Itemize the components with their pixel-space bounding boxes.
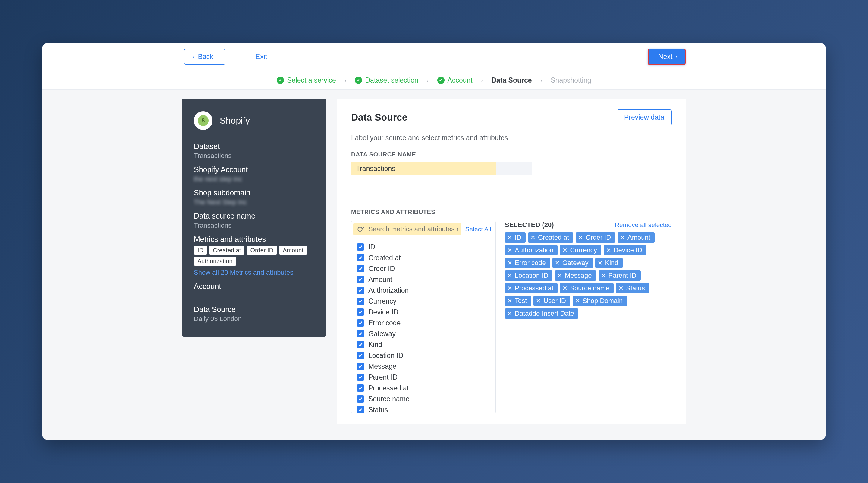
checkbox-checked-icon[interactable] bbox=[357, 287, 364, 294]
attribute-list[interactable]: IDCreated atOrder IDAmountAuthorizationC… bbox=[351, 237, 495, 413]
attribute-search-box[interactable] bbox=[353, 223, 461, 235]
checkbox-checked-icon[interactable] bbox=[357, 363, 364, 370]
close-icon[interactable]: ✕ bbox=[562, 247, 567, 254]
selected-chip[interactable]: ✕Device ID bbox=[604, 245, 647, 255]
close-icon[interactable]: ✕ bbox=[606, 247, 611, 254]
close-icon[interactable]: ✕ bbox=[507, 234, 513, 241]
checkbox-checked-icon[interactable] bbox=[357, 319, 364, 327]
close-icon[interactable]: ✕ bbox=[530, 234, 535, 241]
close-icon[interactable]: ✕ bbox=[507, 284, 513, 292]
close-icon[interactable]: ✕ bbox=[507, 297, 513, 304]
attribute-name[interactable]: ID bbox=[368, 243, 375, 251]
selected-chip[interactable]: ✕Gateway bbox=[553, 258, 593, 268]
attribute-name[interactable]: Gateway bbox=[368, 330, 396, 338]
selected-chip[interactable]: ✕Location ID bbox=[505, 270, 553, 281]
step-data-source[interactable]: Data Source bbox=[491, 76, 532, 84]
attribute-name[interactable]: Processed at bbox=[368, 384, 409, 392]
attribute-row[interactable]: Kind bbox=[357, 339, 490, 350]
attribute-name[interactable]: Order ID bbox=[368, 265, 395, 273]
step-dataset-selection[interactable]: ✓ Dataset selection bbox=[355, 76, 418, 84]
step-account[interactable]: ✓ Account bbox=[437, 76, 472, 84]
attribute-name[interactable]: Source name bbox=[368, 395, 410, 403]
exit-link[interactable]: Exit bbox=[255, 53, 267, 61]
checkbox-checked-icon[interactable] bbox=[357, 330, 364, 337]
step-select-service[interactable]: ✓ Select a service bbox=[277, 76, 336, 84]
attribute-row[interactable]: Parent ID bbox=[357, 372, 490, 383]
selected-chip[interactable]: ✕Created at bbox=[528, 233, 573, 243]
selected-chip[interactable]: ✕Source name bbox=[560, 283, 614, 293]
selected-chip[interactable]: ✕Dataddo Insert Date bbox=[505, 308, 578, 319]
selected-chip[interactable]: ✕User ID bbox=[533, 296, 570, 306]
checkbox-checked-icon[interactable] bbox=[357, 308, 364, 316]
checkbox-checked-icon[interactable] bbox=[357, 254, 364, 262]
selected-chip[interactable]: ✕Status bbox=[616, 283, 649, 293]
checkbox-checked-icon[interactable] bbox=[357, 276, 364, 283]
attribute-row[interactable]: Device ID bbox=[357, 307, 490, 318]
close-icon[interactable]: ✕ bbox=[598, 259, 603, 267]
attribute-row[interactable]: Amount bbox=[357, 274, 490, 285]
selected-chip[interactable]: ✕Message bbox=[555, 270, 596, 281]
data-source-name-input[interactable] bbox=[351, 161, 496, 176]
checkbox-checked-icon[interactable] bbox=[357, 395, 364, 402]
attribute-name[interactable]: Parent ID bbox=[368, 373, 398, 382]
attribute-row[interactable]: ID bbox=[357, 241, 490, 252]
close-icon[interactable]: ✕ bbox=[507, 259, 513, 267]
close-icon[interactable]: ✕ bbox=[562, 284, 567, 292]
attribute-row[interactable]: Message bbox=[357, 361, 490, 372]
checkbox-checked-icon[interactable] bbox=[357, 265, 364, 272]
attribute-name[interactable]: Message bbox=[368, 362, 396, 370]
selected-chip[interactable]: ✕Currency bbox=[560, 245, 601, 255]
selected-chip[interactable]: ✕Parent ID bbox=[598, 270, 641, 281]
checkbox-checked-icon[interactable] bbox=[357, 352, 364, 359]
select-all-link[interactable]: Select All bbox=[465, 225, 491, 233]
selected-chip[interactable]: ✕ID bbox=[505, 233, 526, 243]
selected-chip[interactable]: ✕Order ID bbox=[576, 233, 615, 243]
attribute-name[interactable]: Device ID bbox=[368, 308, 398, 316]
selected-chip[interactable]: ✕Shop Domain bbox=[572, 296, 627, 306]
next-button[interactable]: Next › bbox=[648, 49, 686, 65]
preview-data-button[interactable]: Preview data bbox=[617, 110, 672, 125]
attribute-name[interactable]: Error code bbox=[368, 319, 401, 327]
attribute-search-input[interactable] bbox=[368, 225, 458, 233]
close-icon[interactable]: ✕ bbox=[578, 234, 583, 241]
checkbox-checked-icon[interactable] bbox=[357, 384, 364, 392]
close-icon[interactable]: ✕ bbox=[507, 310, 513, 317]
close-icon[interactable]: ✕ bbox=[575, 297, 580, 304]
checkbox-checked-icon[interactable] bbox=[357, 341, 364, 348]
attribute-name[interactable]: Amount bbox=[368, 276, 392, 284]
checkbox-checked-icon[interactable] bbox=[357, 373, 364, 381]
attribute-row[interactable]: Order ID bbox=[357, 263, 490, 274]
attribute-row[interactable]: Created at bbox=[357, 252, 490, 263]
attribute-name[interactable]: Location ID bbox=[368, 352, 403, 360]
selected-chip[interactable]: ✕Kind bbox=[595, 258, 623, 268]
attribute-name[interactable]: Kind bbox=[368, 341, 382, 349]
remove-all-link[interactable]: Remove all selected bbox=[615, 221, 672, 229]
attribute-name[interactable]: Created at bbox=[368, 254, 401, 262]
attribute-row[interactable]: Currency bbox=[357, 296, 490, 307]
checkbox-checked-icon[interactable] bbox=[357, 298, 364, 305]
selected-chip[interactable]: ✕Test bbox=[505, 296, 531, 306]
sidebar-show-all-link[interactable]: Show all 20 Metrics and attributes bbox=[194, 269, 314, 276]
selected-chip[interactable]: ✕Authorization bbox=[505, 245, 558, 255]
attribute-name[interactable]: Currency bbox=[368, 297, 396, 305]
step-snapshotting[interactable]: Snapshotting bbox=[551, 76, 591, 84]
checkbox-checked-icon[interactable] bbox=[357, 406, 364, 413]
checkbox-checked-icon[interactable] bbox=[357, 243, 364, 250]
close-icon[interactable]: ✕ bbox=[555, 259, 560, 267]
attribute-row[interactable]: Location ID bbox=[357, 350, 490, 361]
close-icon[interactable]: ✕ bbox=[620, 234, 625, 241]
close-icon[interactable]: ✕ bbox=[507, 247, 513, 254]
attribute-name[interactable]: Status bbox=[368, 406, 388, 413]
attribute-name[interactable]: Authorization bbox=[368, 286, 409, 295]
selected-chip[interactable]: ✕Amount bbox=[618, 233, 655, 243]
close-icon[interactable]: ✕ bbox=[601, 272, 606, 279]
selected-chip[interactable]: ✕Processed at bbox=[505, 283, 558, 293]
attribute-row[interactable]: Error code bbox=[357, 318, 490, 328]
attribute-row[interactable]: Processed at bbox=[357, 383, 490, 393]
close-icon[interactable]: ✕ bbox=[557, 272, 562, 279]
back-button[interactable]: ‹ Back bbox=[184, 49, 225, 64]
close-icon[interactable]: ✕ bbox=[536, 297, 541, 304]
close-icon[interactable]: ✕ bbox=[507, 272, 513, 279]
attribute-row[interactable]: Gateway bbox=[357, 328, 490, 339]
attribute-row[interactable]: Authorization bbox=[357, 285, 490, 296]
